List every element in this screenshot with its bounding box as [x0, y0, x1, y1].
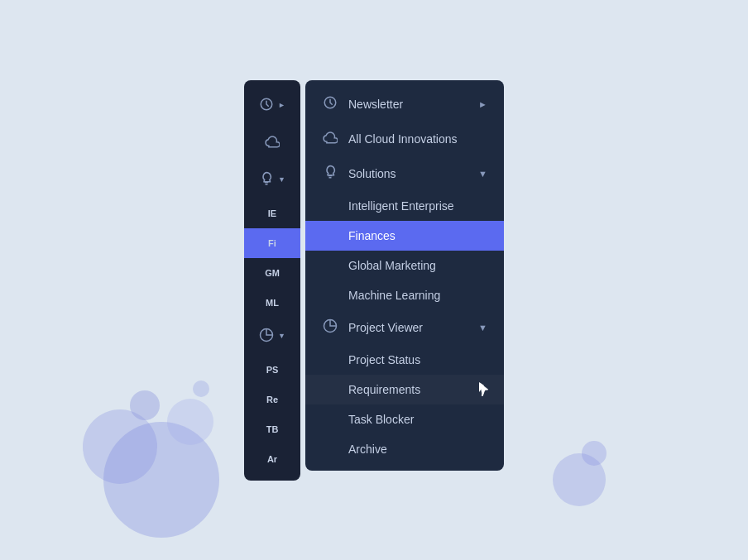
intelligent-enterprise-label: Intelligent Enterprise	[348, 199, 454, 213]
cloud-icon	[265, 134, 280, 151]
sidebar-label-gm: GM	[265, 268, 280, 278]
menu-item-all-cloud[interactable]: All Cloud Innovations	[305, 122, 504, 156]
chevron-down-icon: ▼	[478, 169, 487, 179]
sidebar-item-fi[interactable]: Fi	[244, 228, 300, 258]
chevron-icon: ►	[278, 101, 285, 109]
svg-point-4	[193, 381, 209, 397]
svg-point-0	[103, 422, 219, 538]
svg-point-3	[130, 390, 160, 420]
chevron-icon: ▼	[278, 332, 285, 340]
sidebar-item-gm[interactable]: GM	[244, 258, 300, 288]
sidebar-label-tb: TB	[266, 424, 279, 434]
svg-point-2	[167, 399, 213, 445]
svg-point-5	[553, 453, 606, 506]
requirements-label: Requirements	[348, 383, 420, 396]
chevron-right-icon: ►	[478, 99, 487, 109]
sidebar-item-recent[interactable]: ►	[244, 87, 300, 124]
cloud-icon	[322, 130, 338, 148]
svg-point-1	[83, 409, 157, 484]
sidebar-expanded: Newsletter ► All Cloud Innovations Solut…	[305, 80, 504, 471]
sidebar-item-cloud[interactable]	[244, 124, 300, 161]
sidebar-item-ps[interactable]: PS	[244, 355, 300, 385]
sidebar-item-solutions[interactable]: ▼	[244, 161, 300, 199]
sidebar-item-ie[interactable]: IE	[244, 199, 300, 228]
menu-subitem-task-blocker[interactable]: Task Blocker	[305, 404, 504, 434]
sidebar-item-ar[interactable]: Ar	[244, 444, 300, 474]
cursor-icon	[479, 382, 489, 397]
machine-learning-label: Machine Learning	[348, 289, 440, 302]
clock-icon	[259, 97, 274, 114]
sidebar-label-ml: ML	[266, 298, 279, 308]
menu-subitem-archive[interactable]: Archive	[305, 434, 504, 464]
pie-icon	[322, 318, 338, 337]
chevron-icon: ▼	[278, 175, 285, 184]
bulb-icon	[322, 165, 338, 183]
sidebar-label-ar: Ar	[267, 454, 277, 464]
pie-icon	[259, 328, 274, 345]
menu-subitem-requirements[interactable]: Requirements	[305, 375, 504, 404]
project-viewer-label: Project Viewer	[348, 321, 468, 334]
svg-point-6	[582, 441, 607, 466]
sidebar-item-tb[interactable]: TB	[244, 414, 300, 444]
clock-icon	[322, 95, 338, 113]
menu-item-solutions[interactable]: Solutions ▼	[305, 156, 504, 191]
menu-subitem-machine-learning[interactable]: Machine Learning	[305, 280, 504, 310]
menu-subitem-finances[interactable]: Finances	[305, 221, 504, 251]
newsletter-label: Newsletter	[348, 98, 468, 111]
finances-label: Finances	[348, 229, 396, 242]
menu-subitem-project-status[interactable]: Project Status	[305, 345, 504, 375]
archive-label: Archive	[348, 443, 387, 456]
sidebar-label-ie: IE	[268, 208, 276, 218]
menu-subitem-global-marketing[interactable]: Global Marketing	[305, 251, 504, 280]
menu-subitem-intelligent-enterprise[interactable]: Intelligent Enterprise	[305, 191, 504, 221]
sidebar-item-re[interactable]: Re	[244, 385, 300, 414]
solutions-label: Solutions	[348, 167, 468, 180]
project-status-label: Project Status	[348, 353, 420, 366]
sidebar-label-re: Re	[266, 395, 278, 404]
bulb-icon	[259, 171, 274, 189]
sidebar-item-ml[interactable]: ML	[244, 288, 300, 318]
global-marketing-label: Global Marketing	[348, 259, 436, 272]
task-blocker-label: Task Blocker	[348, 413, 414, 426]
sidebar-item-project-viewer[interactable]: ▼	[244, 318, 300, 355]
menu-item-project-viewer[interactable]: Project Viewer ▼	[305, 310, 504, 345]
sidebar-label-ps: PS	[266, 365, 279, 375]
menus-container: ► ▼ IE Fi GM ML ▼	[244, 80, 504, 481]
sidebar-collapsed: ► ▼ IE Fi GM ML ▼	[244, 80, 300, 481]
chevron-down-icon: ▼	[478, 323, 487, 333]
sidebar-label-fi: Fi	[268, 238, 276, 248]
menu-item-newsletter[interactable]: Newsletter ►	[305, 87, 504, 122]
all-cloud-label: All Cloud Innovations	[348, 132, 487, 146]
